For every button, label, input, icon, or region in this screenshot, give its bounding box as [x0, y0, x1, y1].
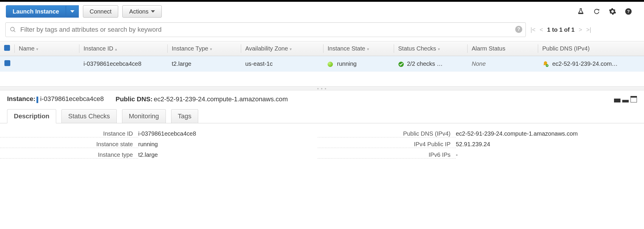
- checkbox-icon: [4, 45, 10, 51]
- experiment-icon[interactable]: [577, 8, 585, 15]
- cell-az: us-east-1c: [241, 56, 323, 72]
- help-icon[interactable]: ?: [625, 8, 632, 15]
- sort-icon: ▾: [367, 47, 369, 51]
- public-dns-value: ec2-52-91-239-24.compute-1.amazonaws.com: [154, 95, 288, 103]
- col-instance-id[interactable]: Instance ID▴: [79, 41, 168, 56]
- detail-header: Instance: i-0379861ecebca4ce8 Public DNS…: [0, 90, 644, 106]
- sort-icon: ▾: [210, 47, 212, 51]
- grip-icon: ● ● ●: [317, 87, 327, 90]
- col-label: Availability Zone: [245, 45, 288, 52]
- field-value: t2.large: [138, 151, 315, 159]
- status-running-icon: [328, 62, 333, 67]
- cell-status: 2/2 checks …: [394, 56, 468, 72]
- col-az[interactable]: Availability Zone▾: [241, 41, 323, 56]
- col-label: Public DNS (IPv4): [542, 45, 590, 52]
- refresh-icon[interactable]: [593, 8, 600, 15]
- search-help-icon[interactable]: ?: [515, 26, 523, 34]
- field-value: ec2-52-91-239-24.compute-1.amazonaws.com: [456, 130, 632, 137]
- layout-full-icon[interactable]: [630, 96, 637, 102]
- page-first-icon[interactable]: |<: [530, 26, 535, 33]
- launch-instance-group: Launch Instance: [6, 5, 79, 18]
- layout-bottom-icon[interactable]: [614, 96, 620, 102]
- field-value: -: [456, 151, 632, 159]
- col-checkbox[interactable]: [0, 41, 15, 56]
- actions-label: Actions: [129, 8, 149, 15]
- alarm-text: None: [472, 60, 486, 67]
- description-panel: Instance ID i-0379861ecebca4ce8 Instance…: [0, 123, 644, 160]
- search-box: ?: [5, 22, 526, 37]
- field-instance-id: Instance ID i-0379861ecebca4ce8: [0, 129, 318, 139]
- detail-tabs: Description Status Checks Monitoring Tag…: [0, 106, 644, 123]
- cell-name: [15, 56, 79, 72]
- search-input[interactable]: [20, 26, 515, 33]
- tab-tags[interactable]: Tags: [171, 109, 198, 123]
- col-state[interactable]: Instance State▾: [323, 41, 394, 56]
- search-icon: [10, 26, 16, 33]
- cell-instance-type: t2.large: [168, 56, 241, 72]
- check-pass-icon: [398, 61, 404, 67]
- instance-label: Instance:: [7, 95, 36, 102]
- field-value: running: [138, 141, 315, 148]
- connect-button[interactable]: Connect: [83, 5, 119, 18]
- col-label: Alarm Status: [472, 45, 505, 52]
- col-label: Instance Type: [172, 45, 208, 52]
- selection-bar-icon: [36, 97, 38, 103]
- page-prev-icon[interactable]: <: [540, 26, 543, 33]
- tab-status-checks[interactable]: Status Checks: [61, 109, 117, 123]
- status-text: 2/2 checks …: [407, 60, 443, 67]
- col-instance-type[interactable]: Instance Type▾: [168, 41, 241, 56]
- field-label: Instance ID: [0, 130, 138, 137]
- toolbar-icons: ?: [577, 8, 638, 15]
- alarm-bell-icon: [542, 61, 549, 67]
- field-instance-state: Instance state running: [0, 139, 318, 150]
- field-ipv4: IPv4 Public IP 52.91.239.24: [318, 139, 635, 150]
- col-status[interactable]: Status Checks▾: [394, 41, 468, 56]
- splitter-handle[interactable]: ● ● ●: [0, 86, 644, 90]
- page-last-icon[interactable]: >|: [586, 26, 591, 33]
- launch-instance-button[interactable]: Launch Instance: [6, 5, 66, 18]
- launch-instance-dropdown[interactable]: [66, 5, 79, 18]
- field-label: Instance state: [0, 141, 138, 148]
- search-row: ? |< < 1 to 1 of 1 > >|: [0, 22, 644, 41]
- cell-alarm: None: [468, 56, 538, 72]
- row-checkbox[interactable]: [4, 60, 10, 66]
- gear-icon[interactable]: [609, 8, 616, 15]
- col-label: Instance ID: [84, 45, 113, 52]
- field-label: IPv6 IPs: [318, 151, 456, 159]
- table-header-row: Name▾ Instance ID▴ Instance Type▾ Availa…: [0, 41, 644, 56]
- col-label: Status Checks: [398, 45, 436, 52]
- svg-text:?: ?: [627, 9, 630, 14]
- page-next-icon[interactable]: >: [579, 26, 582, 33]
- page-range: 1 to 1 of 1: [547, 26, 575, 33]
- field-label: IPv4 Public IP: [318, 141, 456, 148]
- cell-instance-id: i-0379861ecebca4ce8: [79, 56, 168, 72]
- sort-icon: ▾: [290, 47, 292, 51]
- caret-down-icon: [151, 10, 155, 13]
- col-dns[interactable]: Public DNS (IPv4): [538, 41, 644, 56]
- state-text: running: [337, 60, 357, 67]
- svg-text:?: ?: [517, 26, 520, 32]
- tab-monitoring[interactable]: Monitoring: [122, 109, 166, 123]
- layout-split-icon[interactable]: [622, 96, 629, 102]
- instance-id-value: i-0379861ecebca4ce8: [40, 95, 104, 102]
- field-instance-type: Instance type t2.large: [0, 150, 318, 160]
- public-dns-label: Public DNS:: [116, 95, 153, 103]
- col-alarm[interactable]: Alarm Status: [468, 41, 538, 56]
- sort-icon: ▾: [438, 47, 440, 51]
- actions-dropdown[interactable]: Actions: [122, 5, 162, 18]
- field-value: 52.91.239.24: [456, 141, 632, 148]
- action-toolbar: Launch Instance Connect Actions ?: [0, 2, 644, 22]
- cell-state: running: [323, 56, 394, 72]
- svg-rect-11: [630, 96, 637, 98]
- cell-dns: ec2-52-91-239-24.com…: [538, 56, 644, 72]
- layout-icons: [614, 96, 637, 102]
- field-public-dns: Public DNS (IPv4) ec2-52-91-239-24.compu…: [318, 129, 635, 139]
- svg-rect-9: [622, 96, 629, 100]
- svg-rect-7: [614, 96, 620, 99]
- table-row[interactable]: i-0379861ecebca4ce8 t2.large us-east-1c …: [0, 56, 644, 72]
- field-label: Public DNS (IPv4): [318, 130, 456, 137]
- col-name[interactable]: Name▾: [15, 41, 79, 56]
- tab-description[interactable]: Description: [7, 109, 56, 123]
- field-ipv6: IPv6 IPs -: [318, 150, 635, 160]
- dns-text: ec2-52-91-239-24.com…: [552, 60, 618, 67]
